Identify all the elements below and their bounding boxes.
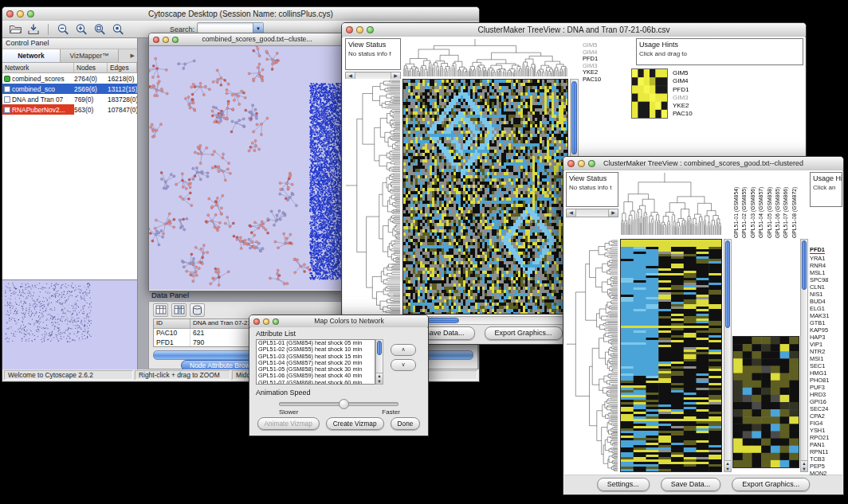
scrollbar-track[interactable]	[576, 209, 608, 217]
column-header-nodes[interactable]: Nodes	[74, 63, 108, 72]
attribute-table-icon[interactable]	[153, 303, 168, 317]
gene-label[interactable]: PFD1	[673, 86, 693, 94]
gene-label[interactable]: MSL1	[810, 269, 829, 276]
tab-network[interactable]: Network	[2, 49, 61, 62]
select-attribute-icon[interactable]	[171, 303, 186, 317]
gene-label[interactable]: SEC1	[810, 362, 829, 369]
network-view-titlebar[interactable]: combined_scores_good.txt--cluste...	[149, 33, 344, 46]
attribute-list-scrollbar[interactable]: ▲ ▼	[375, 339, 383, 385]
tab-overflow-icon[interactable]: ▶	[119, 49, 137, 62]
row-dendrogram-canvas[interactable]	[345, 79, 401, 315]
scroll-down-icon[interactable]: ▼	[376, 379, 383, 385]
row-dendrogram-canvas[interactable]	[566, 239, 618, 472]
gene-label[interactable]: PAC10	[583, 76, 601, 84]
zoom-selected-icon[interactable]	[110, 22, 126, 37]
scrollbar-thumb[interactable]	[802, 240, 807, 290]
network-overview-panel[interactable]	[2, 279, 137, 369]
scrollbar-thumb[interactable]	[571, 81, 577, 154]
network-graph-canvas[interactable]	[149, 46, 343, 290]
gene-label[interactable]: GPI16	[810, 398, 829, 405]
similarity-matrix-canvas[interactable]	[631, 68, 668, 119]
scrollbar-thumb[interactable]	[377, 341, 382, 355]
gene-label[interactable]: MAK31	[810, 312, 829, 319]
network-row[interactable]: combined_scores2764(0)16218(0)	[2, 73, 137, 84]
gene-label[interactable]: FIG4	[810, 420, 829, 427]
done-button[interactable]: Done	[391, 417, 421, 430]
minimize-button[interactable]	[578, 160, 585, 167]
export-graphics-button[interactable]: Export Graphics...	[732, 478, 810, 491]
gene-label[interactable]: RPO21	[810, 434, 829, 441]
gene-label[interactable]: NTR2	[810, 348, 829, 355]
gene-label[interactable]: HMG1	[810, 369, 829, 377]
create-vizmap-button[interactable]: Create Vizmap	[326, 417, 384, 430]
move-down-button[interactable]: ∨	[391, 359, 416, 371]
close-button[interactable]	[567, 160, 575, 167]
treeview-combined-titlebar[interactable]: ClusterMaker TreeView : combined_scores_…	[563, 157, 843, 171]
gene-label[interactable]: PAN1	[810, 441, 829, 448]
zoom-in-icon[interactable]	[73, 22, 89, 37]
tab-vizmapper[interactable]: VizMapper™	[61, 49, 119, 62]
gene-label[interactable]: VIP1	[810, 341, 829, 348]
minimize-button[interactable]	[356, 26, 363, 33]
zoom-fit-icon[interactable]	[92, 22, 108, 37]
network-row[interactable]: RNAPuberNov2...563(0)107847(0)	[2, 104, 137, 115]
network-row[interactable]: combined_sco2569(6)13112(15)	[2, 84, 137, 94]
minimize-button[interactable]	[263, 318, 269, 325]
close-button[interactable]	[253, 318, 260, 325]
gene-label[interactable]: PUF3	[810, 384, 829, 391]
gene-label[interactable]: YSH1	[810, 427, 829, 434]
maximize-button[interactable]	[27, 10, 34, 18]
heatmap-vscrollbar[interactable]: ▲ ▼	[724, 239, 732, 472]
speed-slider[interactable]	[279, 402, 398, 406]
column-header-network[interactable]: Network	[2, 63, 74, 72]
column-dendrogram-canvas[interactable]	[620, 172, 722, 236]
gene-label[interactable]: RNR4	[810, 262, 829, 269]
gene-label[interactable]: GIM4	[673, 77, 693, 85]
database-icon[interactable]	[190, 303, 205, 317]
column-header-edges[interactable]: Edges	[108, 63, 137, 72]
import-icon[interactable]	[26, 22, 41, 37]
heatmap-canvas[interactable]	[402, 79, 568, 315]
cytoscape-titlebar[interactable]: Cytoscape Desktop (Session Name: collins…	[2, 7, 479, 21]
export-graphics-button[interactable]: Export Graphics...	[485, 326, 563, 340]
scroll-down-icon[interactable]: ▼	[801, 467, 807, 472]
gene-label[interactable]: ELG1	[810, 305, 829, 312]
dendrogram-hscrollbar[interactable]: ◀ ▶	[566, 209, 618, 217]
gene-label[interactable]: PHO81	[810, 377, 829, 384]
gene-label[interactable]: PAC10	[673, 110, 693, 118]
scroll-down-icon[interactable]: ▼	[724, 467, 731, 472]
gene-label[interactable]: PEP5	[810, 463, 829, 470]
gene-label[interactable]: SEC24	[810, 405, 829, 412]
gene-label[interactable]: BUD4	[810, 298, 829, 305]
column-header-id[interactable]: ID	[154, 319, 190, 328]
gene-label[interactable]: YRA1	[810, 255, 829, 262]
gene-label[interactable]: CLN1	[810, 283, 829, 291]
maximize-button[interactable]	[367, 26, 374, 33]
gene-label[interactable]: NIS1	[810, 291, 829, 298]
gene-label[interactable]: HRD3	[810, 391, 829, 398]
minimize-button[interactable]	[17, 10, 24, 18]
gene-label[interactable]: YKE2	[673, 102, 693, 110]
close-button[interactable]	[6, 10, 14, 18]
gene-label[interactable]: RPN11	[810, 448, 829, 455]
move-up-button[interactable]: ∧	[391, 344, 416, 356]
close-button[interactable]	[346, 26, 353, 33]
gene-label[interactable]: HAP3	[810, 334, 829, 341]
scroll-left-icon[interactable]: ◀	[567, 209, 576, 217]
open-folder-icon[interactable]	[7, 22, 23, 37]
gene-label[interactable]: MSI1	[810, 355, 829, 362]
scroll-right-icon[interactable]: ▶	[608, 209, 618, 217]
treeview-dna-titlebar[interactable]: ClusterMaker TreeView : DNA and Tran 07-…	[342, 23, 806, 37]
save-data-button[interactable]: Save Data...	[661, 478, 721, 491]
gene-label[interactable]: CPA2	[810, 412, 829, 420]
gene-label[interactable]: KAP95	[810, 326, 829, 334]
zoom-out-icon[interactable]	[55, 22, 71, 37]
gene-label[interactable]: MON2	[810, 470, 829, 477]
gene-label[interactable]: TCB3	[810, 455, 829, 463]
zoom-vscrollbar[interactable]: ▲ ▼	[800, 239, 808, 472]
scrollbar-thumb[interactable]	[725, 240, 730, 328]
minimize-button[interactable]	[163, 37, 169, 43]
slider-knob[interactable]	[339, 399, 349, 409]
dialog-titlebar[interactable]: Map Colors to Network	[249, 315, 428, 328]
settings-button[interactable]: Settings...	[597, 478, 650, 491]
